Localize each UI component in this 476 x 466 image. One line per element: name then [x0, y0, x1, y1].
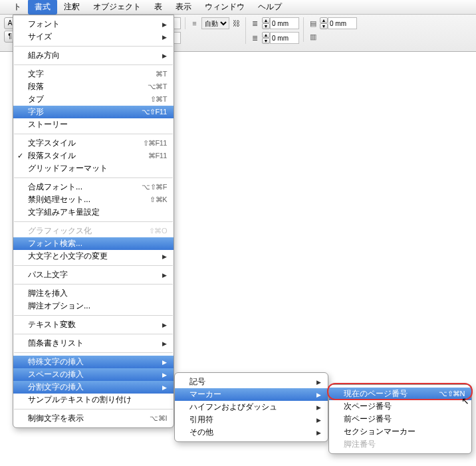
menu-item-label: 合成フォント...	[28, 181, 142, 193]
menubar-item[interactable]: 表示	[169, 0, 198, 15]
menubar-item[interactable]: 書式	[28, 0, 57, 15]
marker-menu-item: 脚注番号	[329, 438, 471, 451]
menu-item-label: スペースの挿入	[28, 369, 160, 380]
menubar-item[interactable]: ト	[7, 0, 28, 15]
format-menu-item[interactable]: 分割文字の挿入▶	[13, 381, 174, 394]
insert-special-char-submenu[interactable]: 記号▶マーカー▶ハイフンおよびダッシュ▶引用符▶その他▶	[174, 372, 328, 442]
format-menu[interactable]: フォント▶サイズ▶組み方向▶文字⌘T段落⌥⌘Tタブ⇧⌘T字形⌥⇧F11ストーリー…	[13, 15, 174, 428]
marker-menu-item[interactable]: 現在のページ番号⌥⇧⌘N	[329, 388, 471, 400]
link-icon[interactable]: ⛓	[231, 19, 241, 29]
menu-item-label: サイズ	[28, 31, 160, 43]
format-menu-item[interactable]: 制御文字を表示⌥⌘I	[13, 412, 174, 425]
special-char-menu-item[interactable]: その他▶	[175, 426, 328, 439]
menubar-item[interactable]: ウィンドウ	[198, 0, 251, 15]
format-menu-item[interactable]: 箇条書きリスト▶	[13, 337, 174, 350]
format-menu-item[interactable]: サイズ▶	[13, 31, 174, 43]
menu-item-label: テキスト変数	[28, 319, 160, 330]
menu-separator	[14, 46, 173, 47]
menu-item-label: 文字スタイル	[28, 138, 143, 149]
format-menu-item[interactable]: スペースの挿入▶	[13, 368, 174, 381]
shortcut-label: ⌘F11	[148, 152, 167, 160]
spin-down[interactable]: ▼	[262, 38, 270, 44]
marker-menu-item[interactable]: 次ページ番号	[329, 400, 471, 413]
format-menu-item[interactable]: 段落⌥⌘T	[13, 80, 174, 93]
submenu-arrow-icon: ▶	[160, 272, 167, 279]
menu-item-label: ハイフンおよびダッシュ	[189, 402, 314, 413]
format-menu-item[interactable]: グリッドフォーマット	[13, 162, 174, 175]
menu-item-label: サンプルテキストの割り付け	[28, 394, 167, 406]
special-char-menu-item[interactable]: マーカー▶	[175, 388, 328, 401]
menu-item-label: 脚注オプション...	[28, 300, 167, 312]
shortcut-label: ⇧⌘T	[150, 95, 167, 104]
format-menu-item[interactable]: フォント▶	[13, 18, 174, 31]
submenu-arrow-icon: ▶	[160, 53, 167, 59]
menu-item-label: グラフィックス化	[28, 225, 149, 237]
menu-item-label: 次ページ番号	[344, 401, 465, 412]
menu-item-label: 脚注番号	[344, 439, 465, 450]
spin-down[interactable]: ▼	[262, 23, 270, 29]
submenu-arrow-icon: ▶	[160, 253, 167, 260]
spin-up[interactable]: ▲	[262, 17, 270, 23]
shortcut-label: ⌥⌘I	[150, 414, 167, 423]
submenu-arrow-icon: ▶	[160, 34, 167, 41]
spin-up[interactable]: ▲	[320, 17, 328, 23]
format-menu-item[interactable]: 禁則処理セット...⇧⌘K	[13, 193, 174, 206]
marker-menu-item[interactable]: セクションマーカー	[329, 425, 471, 438]
menubar-item[interactable]: 表	[148, 0, 169, 15]
submenu-arrow-icon: ▶	[160, 384, 167, 391]
format-menu-item[interactable]: パス上文字▶	[13, 269, 174, 281]
menu-item-label: 引用符	[189, 414, 314, 425]
format-menu-item[interactable]: 脚注を挿入	[13, 287, 174, 300]
shortcut-label: ⇧⌘K	[150, 195, 167, 204]
format-menu-item[interactable]: ストーリー	[13, 118, 174, 131]
format-menu-item[interactable]: 文字組みアキ量設定	[13, 206, 174, 219]
format-menu-item[interactable]: 文字⌘T	[13, 68, 174, 80]
format-menu-item[interactable]: 合成フォント...⌥⇧⌘F	[13, 181, 174, 193]
format-menu-item[interactable]: ✓段落スタイル⌘F11	[13, 150, 174, 162]
submenu-arrow-icon: ▶	[160, 359, 167, 366]
format-menu-item[interactable]: タブ⇧⌘T	[13, 93, 174, 106]
marker-submenu[interactable]: 現在のページ番号⌥⇧⌘N次ページ番号前ページ番号セクションマーカー脚注番号	[328, 384, 472, 454]
submenu-arrow-icon: ▶	[314, 379, 321, 386]
format-menu-item[interactable]: 大文字と小文字の変更▶	[13, 250, 174, 263]
marker-menu-item[interactable]: 前ページ番号	[329, 413, 471, 425]
menubar-item[interactable]: 注釈	[57, 0, 86, 15]
format-menu-item[interactable]: 字形⌥⇧F11	[13, 106, 174, 118]
spin-down[interactable]: ▼	[320, 23, 328, 29]
shortcut-label: ⇧⌘O	[149, 227, 167, 235]
format-menu-item[interactable]: 組み方向▶	[13, 49, 174, 62]
baseline-grid-input[interactable]	[328, 17, 357, 29]
format-menu-item[interactable]: フォント検索...	[13, 237, 174, 250]
format-menu-item[interactable]: 特殊文字の挿入▶	[13, 356, 174, 368]
special-char-menu-item[interactable]: ハイフンおよびダッシュ▶	[175, 401, 328, 413]
format-menu-item[interactable]: 脚注オプション...	[13, 300, 174, 312]
menu-separator	[14, 64, 173, 65]
format-menu-item: グラフィックス化⇧⌘O	[13, 225, 174, 237]
submenu-arrow-icon: ▶	[160, 372, 167, 378]
menu-item-label: 記号	[189, 376, 314, 388]
menu-item-label: フォント	[28, 19, 160, 30]
format-menu-item[interactable]: 文字スタイル⇧⌘F11	[13, 137, 174, 150]
submenu-arrow-icon: ▶	[314, 392, 321, 398]
menu-separator	[14, 221, 173, 222]
format-menu-item[interactable]: サンプルテキストの割り付け	[13, 394, 174, 406]
spin-up[interactable]: ▲	[262, 32, 270, 38]
submenu-arrow-icon: ▶	[160, 340, 167, 347]
menu-item-label: 箇条書きリスト	[28, 338, 160, 349]
baseline-grid-icon: ▤	[308, 19, 318, 29]
last-baseline-input[interactable]	[270, 32, 299, 44]
auto-select[interactable]: 自動	[201, 17, 229, 29]
menubar-item[interactable]: ヘルプ	[251, 0, 289, 15]
menu-item-label: 文字組みアキ量設定	[28, 207, 167, 218]
menu-item-label: 段落スタイル	[28, 150, 148, 162]
shortcut-label: ⌥⇧⌘F	[142, 183, 167, 191]
first-baseline-icon: ≣	[250, 19, 260, 29]
format-menu-item[interactable]: テキスト変数▶	[13, 318, 174, 331]
submenu-arrow-icon: ▶	[160, 21, 167, 28]
special-char-menu-item[interactable]: 記号▶	[175, 376, 328, 388]
menu-item-label: 脚注を挿入	[28, 288, 167, 299]
shortcut-label: ⌥⇧F11	[142, 108, 167, 116]
first-baseline-input[interactable]	[270, 17, 299, 29]
special-char-menu-item[interactable]: 引用符▶	[175, 413, 328, 426]
menubar-item[interactable]: オブジェクト	[86, 0, 148, 15]
